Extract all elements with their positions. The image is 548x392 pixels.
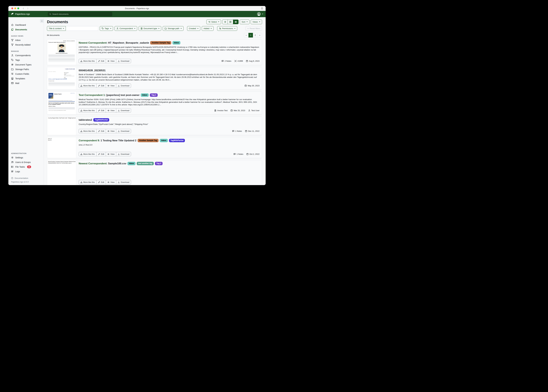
document-thumbnail[interactable]: Country,Region/State,"Zip/Postal Code","… (47, 117, 76, 135)
document-thumbnail[interactable]: one,1.0 five,5.0 (47, 137, 76, 158)
download-button[interactable]: Download (116, 84, 131, 88)
views-button[interactable]: Views (251, 20, 262, 24)
view-button[interactable]: View (106, 84, 116, 88)
sort-button[interactable]: Sort (240, 20, 249, 24)
more-like-this-button[interactable]: More like this (79, 59, 96, 63)
pencil-icon (98, 110, 100, 112)
tag-pill[interactable]: Inbox (160, 139, 168, 142)
sidebar-item-file-tasks[interactable]: File Tasks16 (8, 164, 44, 169)
sidebar-item-settings[interactable]: Settings (8, 155, 44, 160)
pagination-last-button[interactable]: » (257, 33, 262, 37)
document-title: 0004814539_20230531 (79, 69, 260, 72)
share-icon[interactable] (261, 7, 263, 10)
edit-button[interactable]: Edit (96, 59, 106, 63)
edit-button[interactable]: Edit (96, 84, 106, 88)
text-filter-mode-button[interactable]: Title & content (47, 26, 66, 31)
sidebar-item-document-types[interactable]: Document Types (8, 62, 44, 67)
edit-button[interactable]: Edit (96, 129, 106, 133)
tag-pill[interactable]: TagWithPartial (93, 118, 109, 122)
more-like-this-button[interactable]: More like this (79, 180, 96, 184)
view-button[interactable]: View (106, 152, 116, 156)
meta-calendar: Dec 11, 2022 (245, 130, 260, 132)
more-like-this-button[interactable]: More like this (79, 152, 96, 156)
search-input[interactable] (52, 13, 111, 15)
view-button[interactable]: View (106, 180, 116, 184)
more-like-this-button[interactable]: More like this (79, 108, 96, 113)
edit-button[interactable]: Edit (96, 152, 106, 156)
document-correspondent-link[interactable]: Newest Correspondent (79, 162, 107, 165)
more-like-this-button[interactable]: More like this (79, 84, 96, 88)
page-title: Documents (47, 19, 68, 24)
text-filter-input[interactable] (66, 26, 98, 31)
document-title-link[interactable]: tablerates2 (79, 119, 92, 121)
document-correspondent-link[interactable]: Test Correspondent 1 (79, 94, 105, 97)
global-search[interactable] (48, 12, 112, 16)
meta-calendar: Oct 2, 2022 (246, 153, 260, 155)
sidebar-collapse-button[interactable]: « (40, 19, 44, 23)
download-button[interactable]: Download (116, 129, 131, 133)
download-button[interactable]: Download (116, 59, 131, 63)
tag-pill[interactable]: Another Sample Tag (150, 41, 171, 44)
document-title-link[interactable]: : Sample100.csv (107, 162, 126, 165)
app-brand[interactable]: Paperless-ngx (11, 13, 30, 15)
document-correspondent-link[interactable]: Newest Correspondent (79, 41, 107, 44)
filter-created-button[interactable]: Created (187, 26, 200, 31)
tag-pill[interactable]: Tag 2 (155, 162, 163, 165)
document-correspondent-link[interactable]: Correspondent 9 (79, 139, 99, 142)
document-thumbnail[interactable]: ✳ BANK OF SCOTLANDBank of Scotland · 108… (47, 67, 76, 90)
document-thumbnail[interactable]: MEDICAL TEACHERMedical Teacher◉ Taylor &… (47, 92, 76, 114)
view-button[interactable]: View (106, 59, 116, 63)
sidebar-item-inbox[interactable]: Inbox (8, 38, 44, 42)
edit-button[interactable]: Edit (96, 108, 106, 113)
user-menu[interactable] (257, 12, 263, 16)
filter-document-type-button[interactable]: Document type (139, 26, 161, 31)
view-button[interactable]: View (106, 129, 116, 133)
pagination-page-1[interactable]: 1 (248, 33, 253, 37)
download-button[interactable]: Download (116, 152, 131, 156)
filter-tags-button[interactable]: Tags (100, 26, 113, 31)
document-thumbnail[interactable]: HISTORIA - PRACA DLA CHĘTNYCHFrancja pod… (47, 39, 76, 65)
document-title-link[interactable]: 0004814539_20230531 (79, 69, 106, 72)
view-toggle-group (222, 20, 238, 24)
sidebar-item-templates[interactable]: Templates (8, 76, 44, 81)
sidebar-item-dashboard[interactable]: Dashboard (8, 22, 44, 27)
document-title-link[interactable]: : 1 Testing New Title Updated 2 (99, 139, 137, 142)
tag-pill[interactable]: Inbox (173, 41, 180, 44)
tag-pill[interactable]: Inbox (127, 162, 135, 165)
filter-added-button[interactable]: Added (202, 26, 214, 31)
sidebar-item-correspondents[interactable]: Correspondents (8, 53, 44, 58)
filter-storage-path-button[interactable]: Storage path (163, 26, 183, 31)
view-grid-button[interactable] (228, 20, 233, 24)
envelope-icon (11, 82, 14, 84)
sidebar-item-tags[interactable]: Tags (8, 58, 44, 62)
pagination-page-2[interactable]: 2 (253, 33, 258, 37)
sidebar-item-recently-added[interactable]: Recently Added (8, 42, 44, 47)
tag-pill[interactable]: Inbox (141, 93, 149, 97)
tag-pill[interactable]: TagWithPartial (169, 139, 185, 142)
sidebar-item-documents[interactable]: Documents (8, 27, 44, 32)
document-title-link[interactable]: : H7_Napoleon_Bonaparte_zadanie (107, 41, 149, 44)
view-details-button[interactable] (233, 20, 238, 24)
pagination-first-button[interactable]: « (244, 33, 249, 37)
view-button[interactable]: View (106, 108, 116, 113)
document-title-link[interactable]: : [paperless] test post-owner (105, 94, 139, 97)
tag-pill[interactable]: test another tag (137, 162, 154, 165)
filter-permissions-button[interactable]: Permissions (217, 26, 237, 31)
sidebar-item-documentation[interactable]: Documentation (8, 176, 44, 180)
reset-filters-button[interactable]: ×Reset filters (245, 26, 262, 31)
sidebar-item-custom-fields[interactable]: Custom Fields (8, 71, 44, 76)
download-button[interactable]: Download (116, 108, 131, 113)
download-button[interactable]: Download (116, 180, 131, 184)
filter-correspondent-button[interactable]: Correspondent (115, 26, 137, 31)
select-button[interactable]: Select (206, 20, 221, 24)
edit-button[interactable]: Edit (96, 180, 106, 184)
sidebar-item-users-groups[interactable]: Users & Groups (8, 160, 44, 164)
tag-pill[interactable]: Tag 2 (150, 93, 158, 97)
sidebar-item-mail[interactable]: Mail (8, 81, 44, 85)
tag-pill[interactable]: Another Sample Tag (137, 139, 159, 142)
more-like-this-button[interactable]: More like this (79, 129, 96, 133)
sidebar-item-storage-paths[interactable]: Storage Paths (8, 67, 44, 71)
document-thumbnail[interactable]: Serial Number,Company Name,Employee Mark… (47, 160, 76, 185)
sidebar-item-logs[interactable]: Logs (8, 169, 44, 174)
view-list-button[interactable] (222, 20, 228, 24)
